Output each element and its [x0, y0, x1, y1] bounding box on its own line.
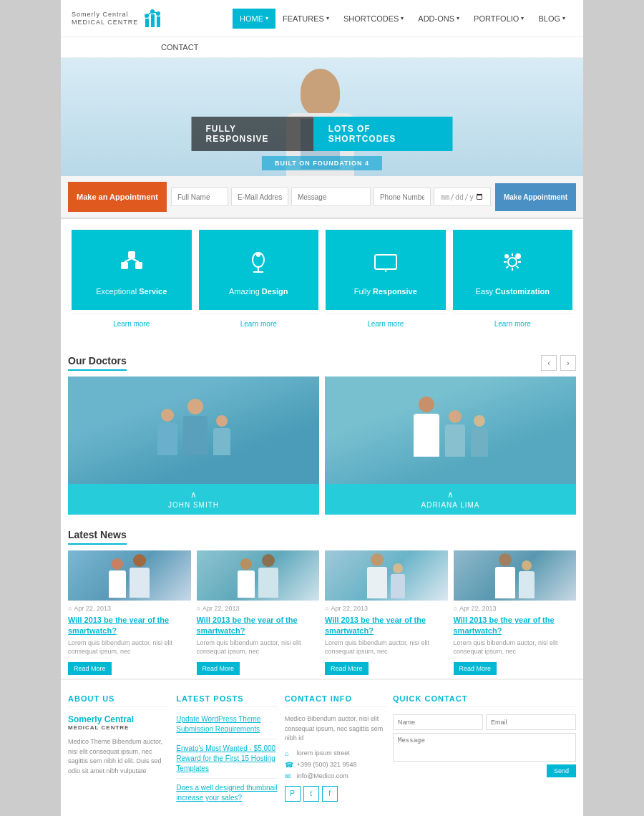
hero-btn-shortcodes[interactable]: LOTS OF SHORTCODES [314, 117, 453, 151]
figure2 [183, 399, 208, 455]
feature-customization-learn[interactable]: Learn more [453, 314, 573, 334]
feature-design: Amazing Design Learn more [199, 230, 319, 334]
nav-contact[interactable]: CONTACT [154, 37, 205, 57]
doctor-2-overlay: ∧ ADRIANA LIMA [325, 484, 576, 515]
hero-head [301, 69, 340, 115]
feature-service-learn[interactable]: Learn more [72, 314, 192, 334]
news-4-figures [495, 553, 535, 598]
qc-message-textarea[interactable] [393, 733, 576, 762]
nav-blog[interactable]: BLOG ▾ [531, 9, 572, 29]
widget-post-2[interactable]: Envato's Most Wanted - $5,000 Reward for… [176, 744, 277, 779]
appt-email-input[interactable] [231, 188, 288, 206]
qc-name-input[interactable] [393, 714, 483, 730]
feature-responsive: Fully Responsive Learn more [326, 230, 446, 334]
contact-phone-row: ☎ +399 (500) 321 9548 [285, 761, 386, 769]
clock-icon: ○ [68, 605, 72, 612]
news-section: Latest News ○ Apr 22, 2013 Will 2013 be … [61, 518, 583, 679]
widget-post-3[interactable]: Does a well designed thumbnail increase … [176, 783, 277, 803]
widget-post-1[interactable]: Update WordPress Theme Submission Requir… [176, 714, 277, 739]
feature-service-label: Exceptional Service [96, 287, 167, 296]
news-3-link[interactable]: Will 2013 be the year of the smartwatch? [325, 616, 426, 634]
news-2-link[interactable]: Will 2013 be the year of the smartwatch? [197, 616, 298, 634]
appt-date-input[interactable] [434, 188, 491, 206]
clock-icon-4: ○ [454, 605, 457, 612]
doctor-2-name: ADRIANA LIMA [421, 501, 479, 509]
feature-responsive-learn[interactable]: Learn more [326, 314, 446, 334]
news-4-link[interactable]: Will 2013 be the year of the smartwatch? [454, 616, 555, 634]
facebook-icon[interactable]: f [322, 786, 338, 802]
appt-message-input[interactable] [291, 188, 371, 206]
news-grid: ○ Apr 22, 2013 Will 2013 be the year of … [68, 550, 576, 675]
logo-text: Somerly Central MEDICAL CENTRE [72, 11, 138, 26]
news-2-title: Will 2013 be the year of the smartwatch? [197, 615, 320, 636]
news-4-title: Will 2013 be the year of the smartwatch? [454, 615, 577, 636]
news-1-title: Will 2013 be the year of the smartwatch? [68, 615, 191, 636]
news-2-excerpt: Lorem quis bibendum auctor, nisi elit co… [197, 638, 320, 656]
feature-design-learn[interactable]: Learn more [199, 314, 319, 334]
news-4-date: ○ Apr 22, 2013 [454, 605, 577, 612]
hero-btn-foundation[interactable]: BUILT ON FOUNDATION 4 [262, 156, 382, 170]
news-3-readmore-button[interactable]: Read More [325, 662, 369, 675]
figure5 [445, 410, 465, 457]
nav-features[interactable]: FEATURES ▾ [275, 9, 336, 29]
news-3-date: ○ Apr 22, 2013 [325, 605, 448, 612]
logo-icon [142, 6, 167, 31]
doctor-1-image [68, 377, 319, 484]
svg-point-16 [256, 253, 260, 257]
feature-customization-label: Easy Customization [476, 287, 550, 296]
contact-phone: +399 (500) 321 9548 [297, 761, 357, 768]
appt-phone-input[interactable] [374, 188, 431, 206]
news-1-readmore-button[interactable]: Read More [68, 662, 112, 675]
doctors-grid: ∧ JOHN SMITH [68, 377, 576, 515]
nav-home-arrow: ▾ [265, 15, 268, 21]
feature-service-icon [117, 248, 146, 281]
doctors-next-button[interactable]: › [560, 355, 576, 371]
nav-portfolio-arrow: ▾ [521, 15, 524, 21]
news-1-link[interactable]: Will 2013 be the year of the smartwatch? [68, 616, 169, 634]
features-section: Exceptional Service Learn more Amazing D… [61, 219, 583, 344]
contact-address-row: ⌂ lorem ipsum street [285, 749, 386, 757]
news-2-readmore-button[interactable]: Read More [197, 662, 240, 675]
nav-addons[interactable]: ADD-ONS ▾ [411, 9, 467, 29]
hero-buttons: FULLY RESPONSIVE LOTS OF SHORTCODES [192, 117, 453, 151]
qc-send-button[interactable]: Send [547, 764, 576, 777]
widget-posts: LATEST POSTS Update WordPress Theme Subm… [176, 694, 277, 807]
qc-email-input[interactable] [486, 714, 576, 730]
twitter-icon[interactable]: t [303, 786, 319, 802]
feature-service-box: Exceptional Service [72, 230, 192, 310]
feature-design-box: Amazing Design [199, 230, 319, 310]
nav-row2: CONTACT [61, 37, 583, 58]
figure1 [157, 409, 177, 455]
doctor-2-image [325, 377, 576, 484]
doctor-1-figures [157, 399, 230, 462]
nav-home[interactable]: HOME ▾ [233, 9, 275, 29]
doctor-2-chevron-icon: ∧ [331, 490, 570, 500]
main-nav: HOME ▾ FEATURES ▾ SHORTCODES ▾ ADD-ONS ▾… [233, 9, 572, 29]
widget-quick-contact-title: QUICK CONTACT [393, 694, 576, 707]
nav-shortcodes[interactable]: SHORTCODES ▾ [336, 9, 411, 29]
hero-btn-responsive[interactable]: FULLY RESPONSIVE [192, 117, 314, 151]
news-card-3: ○ Apr 22, 2013 Will 2013 be the year of … [325, 550, 448, 675]
doctor-1-overlay: ∧ JOHN SMITH [68, 484, 319, 515]
logo-name1: Somerly Central [72, 11, 138, 19]
feature-responsive-label: Fully Responsive [354, 287, 417, 296]
appointment-submit-button[interactable]: Make Appointment [495, 183, 576, 211]
doctors-prev-button[interactable]: ‹ [541, 355, 557, 371]
svg-rect-1 [151, 14, 155, 27]
qc-name-email-row [393, 714, 576, 730]
nav-portfolio[interactable]: PORTFOLIO ▾ [467, 9, 531, 29]
social-icons: P t f [285, 786, 386, 802]
figure4 [414, 397, 439, 457]
news-4-readmore-button[interactable]: Read More [454, 662, 497, 675]
pinterest-icon[interactable]: P [285, 786, 301, 802]
svg-rect-17 [375, 255, 396, 269]
appt-fullname-input[interactable] [171, 188, 228, 206]
svg-point-20 [508, 258, 517, 266]
doctor-card-2: ∧ ADRIANA LIMA [325, 377, 576, 515]
phone-icon: ☎ [285, 761, 293, 769]
news-1-image [68, 550, 191, 601]
news-title: Latest News [68, 529, 127, 545]
svg-rect-0 [145, 19, 149, 27]
svg-line-11 [125, 258, 132, 262]
doctor-1-name: JOHN SMITH [168, 501, 219, 509]
